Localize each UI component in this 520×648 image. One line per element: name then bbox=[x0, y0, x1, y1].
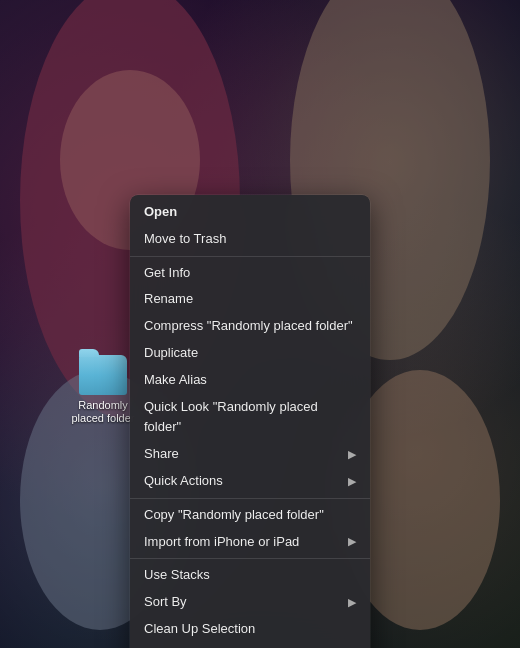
import-arrow: ▶ bbox=[348, 533, 356, 551]
menu-item-compress[interactable]: Compress "Randomly placed folder" bbox=[130, 313, 370, 340]
separator-3 bbox=[130, 558, 370, 559]
folder-label: Randomly placed folder bbox=[68, 399, 138, 425]
menu-item-get-info[interactable]: Get Info bbox=[130, 260, 370, 287]
sort-by-arrow: ▶ bbox=[348, 594, 356, 612]
menu-item-quick-look[interactable]: Quick Look "Randomly placed folder" bbox=[130, 394, 370, 442]
menu-item-clean-up[interactable]: Clean Up Selection bbox=[130, 616, 370, 643]
separator-2 bbox=[130, 498, 370, 499]
menu-item-share[interactable]: Share ▶ bbox=[130, 441, 370, 468]
context-menu: Open Move to Trash Get Info Rename Compr… bbox=[130, 195, 370, 648]
menu-item-sort-by[interactable]: Sort By ▶ bbox=[130, 589, 370, 616]
menu-item-use-stacks[interactable]: Use Stacks bbox=[130, 562, 370, 589]
menu-item-import[interactable]: Import from iPhone or iPad ▶ bbox=[130, 529, 370, 556]
menu-item-show-view-options[interactable]: Show View Options bbox=[130, 643, 370, 648]
menu-item-rename[interactable]: Rename bbox=[130, 286, 370, 313]
folder-area[interactable]: Randomly placed folder bbox=[68, 355, 138, 425]
menu-item-make-alias[interactable]: Make Alias bbox=[130, 367, 370, 394]
menu-item-duplicate[interactable]: Duplicate bbox=[130, 340, 370, 367]
menu-item-copy[interactable]: Copy "Randomly placed folder" bbox=[130, 502, 370, 529]
quick-actions-arrow: ▶ bbox=[348, 473, 356, 491]
menu-item-quick-actions[interactable]: Quick Actions ▶ bbox=[130, 468, 370, 495]
menu-item-open[interactable]: Open bbox=[130, 199, 370, 226]
folder-icon bbox=[79, 355, 127, 395]
share-arrow: ▶ bbox=[348, 446, 356, 464]
separator-1 bbox=[130, 256, 370, 257]
menu-item-move-to-trash[interactable]: Move to Trash bbox=[130, 226, 370, 253]
